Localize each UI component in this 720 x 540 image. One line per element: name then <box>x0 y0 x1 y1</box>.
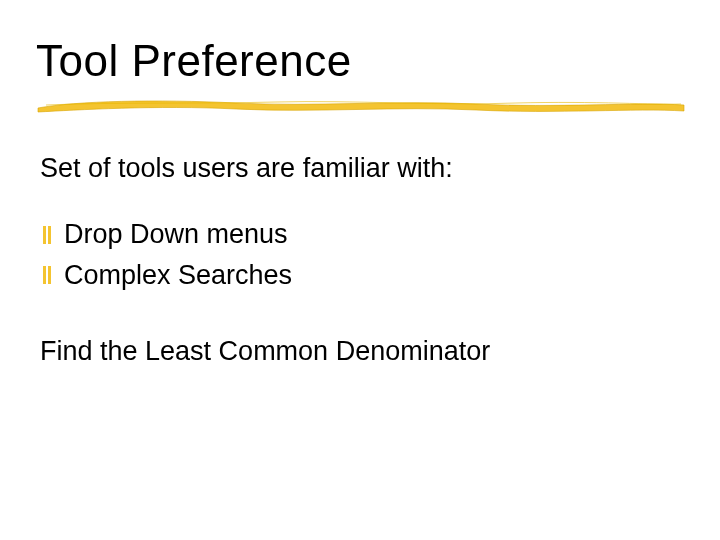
slide-title: Tool Preference <box>36 36 352 86</box>
bullet-label: Drop Down menus <box>64 216 288 252</box>
intro-text: Set of tools users are familiar with: <box>40 150 680 186</box>
slide-body: Set of tools users are familiar with: Dr… <box>40 150 680 370</box>
svg-rect-2 <box>43 266 46 284</box>
svg-rect-1 <box>48 226 51 244</box>
bullet-icon <box>40 224 54 246</box>
bullet-icon <box>40 264 54 286</box>
list-item: Drop Down menus <box>40 216 680 252</box>
closing-text: Find the Least Common Denominator <box>40 333 680 369</box>
brush-stroke-icon <box>36 96 686 116</box>
bullet-list: Drop Down menus Complex Searches <box>40 216 680 293</box>
title-underline <box>36 96 686 116</box>
svg-rect-3 <box>48 266 51 284</box>
list-item: Complex Searches <box>40 257 680 293</box>
slide: Tool Preference Set of tools users are f… <box>0 0 720 540</box>
bullet-label: Complex Searches <box>64 257 292 293</box>
svg-rect-0 <box>43 226 46 244</box>
